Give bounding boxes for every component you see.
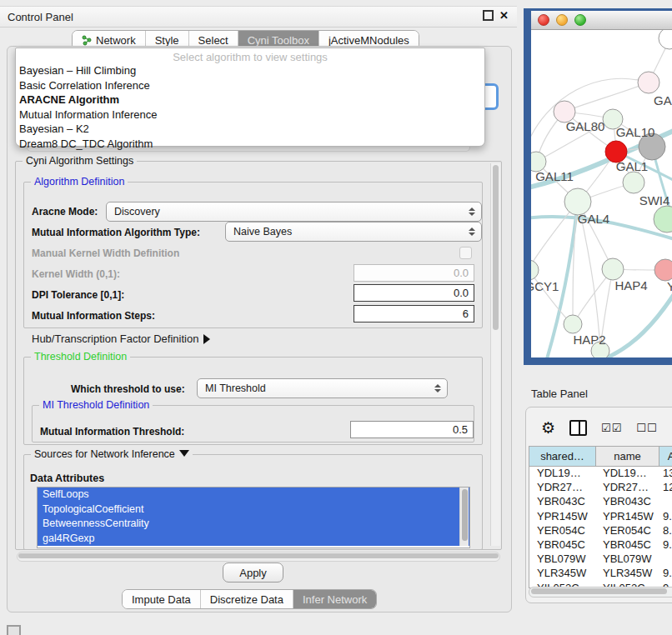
tab-label: Impute Data [132,593,191,606]
node-bright-green[interactable] [654,206,672,232]
minimize-traffic-light-icon[interactable] [556,14,568,26]
select-all-columns-icon[interactable]: ☑☑ [601,422,622,434]
deselect-all-columns-icon[interactable]: ☐☐ [636,422,657,434]
cell: YBR043C [595,495,658,509]
table-row[interactable]: YDL19…YDL19…13 [529,467,672,481]
hub-definition-label: Hub/Transcription Factor Definition [32,332,198,345]
list-item[interactable]: SelfLoops [38,488,469,502]
apply-button[interactable]: Apply [223,562,283,582]
sources-title-text: Sources for Network Inference [34,448,175,460]
mi-threshold-label: Mutual Information Threshold: [40,426,184,438]
node-label: GAL10 [616,125,655,139]
zoom-traffic-light-icon[interactable] [574,14,586,26]
mi-threshold-field[interactable]: 0.5 [350,421,474,438]
minimized-panel-icon[interactable] [7,625,21,635]
scrollbar-thumb[interactable] [18,553,499,558]
list-item[interactable]: TopologicalCoefficient [38,502,469,518]
scrollbar-thumb[interactable] [531,588,667,594]
which-threshold-label: Which threshold to use: [71,383,185,395]
network-canvas[interactable]: GAL GAL80 GAL10 GAL1 GAL11 SWI4 GAL4 GCY… [531,30,672,358]
algorithm-definition-title: Algorithm Definition [31,176,128,188]
bottom-tabbar: Impute Data Discretize Data Infer Networ… [122,589,377,609]
scrollbar-thumb[interactable] [493,165,499,330]
dropdown-option[interactable]: Dream8 DC_TDC Algorithm [16,137,484,152]
node-hap2[interactable] [564,315,582,333]
aracne-mode-label: Aracne Mode: [32,206,98,218]
cell: 9. [658,567,672,581]
network-window-titlebar[interactable] [531,11,672,30]
cell: YPR145W [529,510,595,524]
cell: YLR345W [529,567,595,581]
table-panel: ⚙ ☑☑ ☐☐ shared… name A YDL19…YDL19…13 YD… [525,407,672,603]
network-view-window[interactable]: GAL GAL80 GAL10 GAL1 GAL11 SWI4 GAL4 GCY… [524,8,672,365]
node-label: GCY1 [531,279,559,293]
cell: YDR27… [529,481,595,495]
node-table: shared… name A YDL19…YDL19…13 YDR27…YDR2… [529,446,672,588]
which-threshold-combo[interactable]: MI Threshold [197,378,448,398]
columns-icon[interactable] [569,420,587,436]
tab-label: Infer Network [303,593,367,606]
table-row[interactable]: YER054CYER054C8. [529,524,672,538]
column-header-cut[interactable]: A [659,447,672,466]
table-row[interactable]: YPR145WYPR145W9. [529,510,672,524]
dropdown-option-aracne[interactable]: ARACNE Algorithm [16,92,484,108]
data-attributes-list[interactable]: SelfLoops TopologicalCoefficient Between… [37,487,470,548]
gear-icon[interactable]: ⚙ [541,420,555,436]
settings-horizontal-scrollbar[interactable] [17,552,500,562]
mi-type-combo[interactable]: Naive Bayes [225,222,482,242]
node-unlabeled[interactable] [659,30,672,49]
table-row[interactable]: YBL079WYBL079W [529,552,672,567]
dropdown-option[interactable]: Mutual Information Inference [16,108,484,122]
list-item[interactable]: gal4RGexp [38,532,469,547]
mi-threshold-title: MI Threshold Definition [39,399,153,411]
cell: YBL079W [529,552,595,567]
close-traffic-light-icon[interactable] [538,14,549,26]
node-gcy1[interactable] [531,260,539,280]
node-labels: GAL GAL80 GAL10 GAL1 GAL11 SWI4 GAL4 GCY… [531,93,672,347]
node-label: GAL4 [578,212,609,226]
dropdown-option[interactable]: Bayesian – Hill Climbing [16,63,484,78]
mi-steps-field[interactable]: 6 [354,305,474,322]
dropdown-option[interactable]: Basic Correlation Inference [16,78,484,93]
cell: YBR045C [595,538,658,552]
list-item[interactable]: BetweennessCentrality [38,517,469,532]
tab-discretize-data[interactable]: Discretize Data [200,590,293,608]
aracne-mode-combo[interactable]: Discovery [106,202,482,222]
table-row[interactable]: YBR043CYBR043C [529,495,672,509]
settings-vertical-scrollbar[interactable] [490,163,500,546]
close-icon[interactable]: ✕ [499,10,509,21]
node-hap4[interactable] [602,258,624,280]
table-row[interactable]: YLR345WYLR345W9. [529,567,672,581]
tab-infer-network[interactable]: Infer Network [293,590,376,608]
sources-title[interactable]: Sources for Network Inference [31,448,193,460]
tab-label: Select [198,34,228,47]
manual-kernel-label: Manual Kernel Width Definition [32,248,179,259]
dropdown-option[interactable]: Bayesian – K2 [16,122,484,137]
scrollbar-thumb[interactable] [462,489,468,541]
cell: YDR27… [595,481,658,495]
node-swi4[interactable] [623,172,644,193]
node-label: GAL11 [535,169,574,183]
tab-impute-data[interactable]: Impute Data [123,590,200,608]
node-label: HAP4 [614,278,647,292]
table-row[interactable]: YBR045CYBR045C9. [529,538,672,552]
dpi-tolerance-label: DPI Tolerance [0,1]: [32,289,124,301]
control-panel-titlebar: Control Panel ✕ [0,6,517,28]
float-window-icon[interactable] [483,10,494,21]
list-scrollbar[interactable] [459,488,469,546]
table-horizontal-scrollbar[interactable] [529,587,672,598]
node-salmon[interactable] [654,259,672,281]
threshold-definition-title: Threshold Definition [31,351,130,362]
control-panel-title: Control Panel [0,11,73,23]
column-header-shared-name[interactable]: shared… [529,447,596,466]
column-header-name[interactable]: name [596,447,659,466]
cell: 13 [658,467,672,481]
dpi-tolerance-field[interactable]: 0.0 [354,284,474,302]
network-icon [82,35,93,46]
hub-definition-expander[interactable]: Hub/Transcription Factor Definition [32,332,210,345]
table-row[interactable]: YDR27…YDR27…12 [529,481,672,495]
manual-kernel-checkbox[interactable] [459,247,472,259]
cell: 9. [658,510,672,524]
kernel-width-label: Kernel Width (0,1): [32,268,120,280]
node-gal-cut[interactable] [638,72,659,93]
